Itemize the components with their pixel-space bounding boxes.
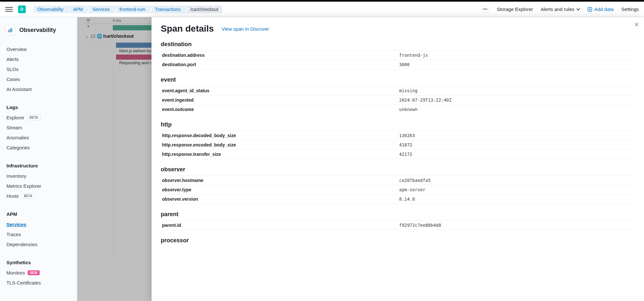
sidebar-item-hosts[interactable]: HostsBETA xyxy=(0,191,77,201)
view-in-discover-link[interactable]: View span in Discover xyxy=(222,26,269,32)
nav-heading-apm: APM xyxy=(0,209,77,219)
breadcrumb-transactions[interactable]: Transactions xyxy=(149,5,185,13)
add-data-label: Add data xyxy=(594,6,614,12)
section-heading: parent xyxy=(161,211,635,218)
sidebar-item-metrics-explorer[interactable]: Metrics Explorer xyxy=(0,181,77,191)
sidebar-item-dependencies[interactable]: Dependencies xyxy=(0,239,77,249)
field-value: 41872 xyxy=(398,140,635,150)
sidebar-item-traces[interactable]: Traces xyxy=(0,229,77,239)
span-detail-sections: destinationdestination.addressfrontend-j… xyxy=(161,41,635,244)
nav-group-apm: APM Services Traces Dependencies xyxy=(0,206,77,255)
alerts-rules-dropdown[interactable]: Alerts and rules xyxy=(541,6,580,12)
field-key: http.response.decoded_body_size xyxy=(161,131,398,140)
nav-group-synthetics: Synthetics MonitorsNEW TLS Certificates xyxy=(0,255,77,293)
table-row: parent.idf92972c7ee88b4d0 xyxy=(161,221,635,230)
sidebar-item-log-explorer[interactable]: ExplorerBETA xyxy=(0,113,77,123)
breadcrumb-observability[interactable]: Observability xyxy=(34,5,67,13)
sidebar-item-tls-certificates[interactable]: TLS Certificates xyxy=(0,278,77,288)
storage-explorer-link[interactable]: Storage Explorer xyxy=(497,6,533,12)
field-value: f92972c7ee88b4d0 xyxy=(398,221,635,230)
space-avatar[interactable]: D xyxy=(18,5,26,13)
nav-heading-logs: Logs xyxy=(0,102,77,113)
nav-group-logs: Logs ExplorerBETA Stream Anomalies Categ… xyxy=(0,99,77,158)
field-key: observer.version xyxy=(161,195,398,204)
sidebar-item-stream[interactable]: Stream xyxy=(0,123,77,133)
table-row: destination.addressfrontend-js xyxy=(161,51,635,60)
beta-badge: BETA xyxy=(27,115,41,120)
field-value: 8.14.0 xyxy=(398,195,635,204)
sidebar-item-monitors[interactable]: MonitorsNEW xyxy=(0,268,77,278)
field-value: 3000 xyxy=(398,60,635,69)
section-heading: processor xyxy=(161,237,635,244)
svg-rect-1 xyxy=(8,30,9,32)
sidebar-item-ai-assistant[interactable]: AI Assistant xyxy=(0,84,77,94)
field-key: event.outcome xyxy=(161,105,398,114)
table-row: observer.hostnamece207baedfa5 xyxy=(161,176,635,185)
section-heading: observer xyxy=(161,166,635,173)
sidebar-item-label: Hosts xyxy=(6,193,19,199)
breadcrumb: Observability APM Services frontend-rum … xyxy=(34,5,481,13)
field-value: missing xyxy=(398,86,635,95)
section-heading: event xyxy=(161,76,635,83)
add-data-link[interactable]: Add data xyxy=(587,6,614,12)
field-key: http.response.transfer_size xyxy=(161,150,398,159)
table-row: event.agent_id_statusmissing xyxy=(161,86,635,95)
sidebar-item-alerts[interactable]: Alerts xyxy=(0,54,77,64)
sidebar-item-overview[interactable]: Overview xyxy=(0,44,77,54)
alerts-rules-label: Alerts and rules xyxy=(541,6,574,12)
header-actions: 👓 Storage Explorer Alerts and rules Add … xyxy=(481,5,639,13)
field-key: event.ingested xyxy=(161,95,398,105)
sidebar-item-label: Explorer xyxy=(6,115,24,120)
field-value: ce207baedfa5 xyxy=(398,176,635,185)
close-button[interactable] xyxy=(634,22,639,28)
table-row: http.response.transfer_size42172 xyxy=(161,150,635,159)
field-key: parent.id xyxy=(161,221,398,230)
field-value: 2024-07-29T13:22:40Z xyxy=(398,95,635,105)
new-badge: NEW xyxy=(28,270,40,275)
flyout-title: Span details xyxy=(161,24,214,34)
sidebar-item-services[interactable]: Services xyxy=(0,219,77,229)
sidebar-header: Observability xyxy=(0,22,77,38)
kv-table: observer.hostnamece207baedfa5observer.ty… xyxy=(161,176,635,204)
table-row: http.response.decoded_body_size130263 xyxy=(161,131,635,140)
kv-table: parent.idf92972c7ee88b4d0 xyxy=(161,220,635,230)
field-value: 130263 xyxy=(398,131,635,140)
kv-table: http.response.decoded_body_size130263htt… xyxy=(161,131,635,159)
observability-icon xyxy=(5,25,15,35)
kv-table: destination.addressfrontend-jsdestinatio… xyxy=(161,50,635,69)
field-value: unknown xyxy=(398,105,635,114)
svg-rect-2 xyxy=(10,29,11,32)
section-heading: destination xyxy=(161,41,635,48)
sidebar-title: Observability xyxy=(19,27,56,34)
menu-toggle-icon[interactable] xyxy=(5,5,13,13)
nav-group-infra: Infrastructure Inventory Metrics Explore… xyxy=(0,158,77,206)
section-heading: http xyxy=(161,121,635,128)
close-icon xyxy=(634,22,639,27)
table-row: destination.port3000 xyxy=(161,60,635,69)
chevron-down-icon xyxy=(576,7,580,10)
sidebar-item-inventory[interactable]: Inventory xyxy=(0,171,77,181)
kv-table: event.agent_id_statusmissingevent.ingest… xyxy=(161,86,635,114)
table-row: observer.version8.14.0 xyxy=(161,195,635,204)
field-key: http.response.encoded_body_size xyxy=(161,140,398,150)
breadcrumb-services[interactable]: Services xyxy=(87,5,114,13)
field-key: destination.address xyxy=(161,51,398,60)
glasses-icon[interactable]: 👓 xyxy=(481,5,489,13)
table-row: observer.typeapm-server xyxy=(161,185,635,195)
sidebar-item-cases[interactable]: Cases xyxy=(0,74,77,84)
svg-rect-3 xyxy=(11,28,12,32)
table-row: event.outcomeunknown xyxy=(161,105,635,114)
sidebar-item-slos[interactable]: SLOs xyxy=(0,64,77,74)
nav-group-main: Overview Alerts SLOs Cases AI Assistant xyxy=(0,42,77,99)
nav-heading-synthetics: Synthetics xyxy=(0,257,77,268)
settings-link[interactable]: Settings xyxy=(621,6,639,12)
nav-heading-infra: Infrastructure xyxy=(0,160,77,171)
sidebar-item-label: Monitors xyxy=(6,270,25,276)
sidebar-item-anomalies[interactable]: Anomalies xyxy=(0,133,77,143)
field-key: observer.type xyxy=(161,185,398,195)
field-key: destination.port xyxy=(161,60,398,69)
sidebar-item-categories[interactable]: Categories xyxy=(0,143,77,153)
breadcrumb-frontend-rum[interactable]: frontend-rum xyxy=(114,5,149,13)
flyout-header: Span details View span in Discover xyxy=(161,24,635,34)
breadcrumb-current: /cart/checkout xyxy=(185,5,222,13)
